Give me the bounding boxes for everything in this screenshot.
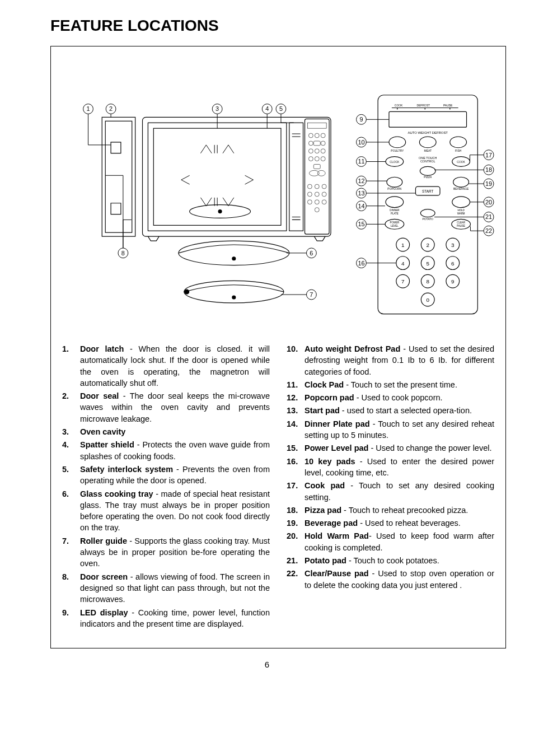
feature-item: 8.Door screen - allows viewing of food. …	[62, 571, 270, 605]
svg-point-12	[321, 141, 325, 146]
microwave-diagram	[102, 117, 331, 303]
svg-text:FISH: FISH	[455, 150, 462, 152]
feature-number: 18.	[287, 505, 301, 516]
svg-point-37	[184, 281, 284, 303]
svg-point-62	[389, 137, 406, 148]
svg-text:1: 1	[86, 105, 90, 112]
svg-point-23	[307, 184, 312, 189]
svg-text:15: 15	[358, 221, 364, 227]
svg-point-38	[232, 296, 236, 299]
svg-text:12: 12	[358, 178, 364, 184]
svg-point-25	[322, 184, 326, 189]
feature-term: Glass cooking tray	[80, 489, 153, 498]
feature-term: Oven cavity	[80, 427, 125, 436]
svg-text:0: 0	[426, 297, 429, 303]
feature-term: Door latch	[80, 344, 124, 353]
feature-item: 20.Hold Warm Pad- Used to keep food warm…	[287, 530, 494, 553]
svg-point-18	[315, 157, 319, 161]
svg-point-24	[315, 184, 319, 189]
svg-rect-4	[153, 128, 281, 225]
svg-rect-20	[313, 164, 320, 169]
svg-point-22	[317, 170, 325, 176]
svg-point-26	[307, 192, 312, 197]
feature-descriptions: 1.Door latch - When the door is closed. …	[62, 343, 494, 631]
svg-point-85	[452, 197, 470, 208]
feature-description: - Touch to set the present time.	[344, 380, 457, 389]
svg-text:LEVEL: LEVEL	[391, 225, 399, 227]
feature-term: Dinner Plate pad	[305, 419, 370, 428]
svg-text:4: 4	[265, 105, 269, 112]
svg-text:POPCORN: POPCORN	[387, 188, 401, 190]
feature-number: 7.	[62, 535, 77, 547]
svg-point-8	[308, 133, 313, 138]
page-title: FEATURE LOCATIONS	[50, 17, 512, 35]
svg-text:WARM: WARM	[457, 212, 465, 215]
svg-text:POWER: POWER	[390, 221, 399, 224]
svg-text:5: 5	[426, 260, 429, 267]
feature-description: - Used to reheat beverages.	[358, 519, 461, 528]
svg-text:3: 3	[451, 242, 455, 248]
feature-number: 3.	[62, 426, 77, 437]
feature-item: 17.Cook pad - Touch to set any desired c…	[287, 480, 494, 503]
svg-text:6: 6	[451, 260, 455, 267]
content-frame: 1 2 3 4 5 6 7 8	[50, 46, 506, 648]
feature-number: 11.	[287, 379, 301, 390]
svg-text:21: 21	[485, 213, 492, 220]
svg-point-29	[307, 200, 312, 204]
svg-text:20: 20	[485, 199, 492, 206]
feature-term: Door screen	[80, 572, 128, 581]
svg-point-17	[308, 157, 313, 161]
svg-text:POULTRY: POULTRY	[391, 150, 404, 152]
svg-text:19: 19	[485, 180, 492, 187]
svg-text:BEVERAGE: BEVERAGE	[453, 188, 469, 190]
feature-term: LED display	[80, 608, 128, 617]
svg-text:14: 14	[358, 203, 364, 209]
svg-text:9: 9	[359, 116, 363, 123]
feature-item: 19.Beverage pad - Used to reheat beverag…	[287, 517, 494, 529]
svg-point-39	[185, 290, 189, 294]
svg-rect-2	[105, 121, 132, 232]
svg-rect-13	[313, 141, 320, 146]
svg-text:11: 11	[358, 158, 364, 165]
feature-term: Roller guide	[80, 536, 127, 545]
feature-item: 12.Popcorn pad - Used to cook popcorn.	[287, 392, 494, 403]
svg-text:PAUSE: PAUSE	[457, 225, 465, 227]
svg-text:START: START	[422, 189, 434, 193]
svg-text:9: 9	[451, 278, 455, 284]
svg-text:6: 6	[310, 250, 313, 256]
feature-number: 13.	[287, 405, 301, 416]
feature-term: Cook pad	[305, 481, 345, 490]
feature-item: 2.Door seal - The door seal keeps the mi…	[62, 390, 270, 424]
feature-term: 10 key pads	[305, 457, 355, 466]
feature-number: 1.	[62, 343, 77, 354]
svg-point-63	[419, 137, 436, 148]
svg-text:1: 1	[401, 242, 405, 248]
feature-item: 4.Spatter shield - Protects the oven wav…	[62, 439, 270, 462]
svg-rect-6	[305, 119, 330, 234]
svg-point-19	[321, 157, 325, 161]
svg-rect-5	[289, 123, 303, 231]
feature-term: Auto weight Defrost Pad	[305, 344, 400, 353]
svg-text:ONE TOUCH: ONE TOUCH	[419, 156, 437, 160]
feature-item: 9.LED display - Cooking time, power leve…	[62, 607, 270, 630]
feature-item: 22.Clear/Pause pad - Used to stop oven o…	[287, 568, 494, 591]
svg-point-36	[232, 257, 236, 260]
svg-text:PAUSE: PAUSE	[443, 104, 453, 107]
feature-number: 16.	[287, 456, 301, 467]
svg-text:22: 22	[485, 227, 492, 234]
svg-text:CLEAR: CLEAR	[457, 221, 465, 224]
svg-text:PLATE: PLATE	[391, 212, 399, 215]
feature-number: 20.	[287, 530, 301, 542]
svg-rect-3	[148, 123, 286, 231]
svg-point-16	[321, 149, 325, 153]
feature-number: 2.	[62, 390, 77, 402]
feature-term: Hold Warm Pad	[305, 531, 369, 540]
feature-item: 3.Oven cavity	[62, 426, 270, 437]
feature-description: - used to start a selected opera-tion.	[340, 406, 472, 415]
feature-term: Safety interlock system	[80, 465, 173, 474]
feature-number: 17.	[287, 480, 301, 491]
feature-term: Potato pad	[305, 556, 346, 565]
svg-point-88	[420, 209, 435, 217]
feature-term: Pizza pad	[305, 506, 341, 515]
svg-rect-7	[307, 123, 326, 128]
